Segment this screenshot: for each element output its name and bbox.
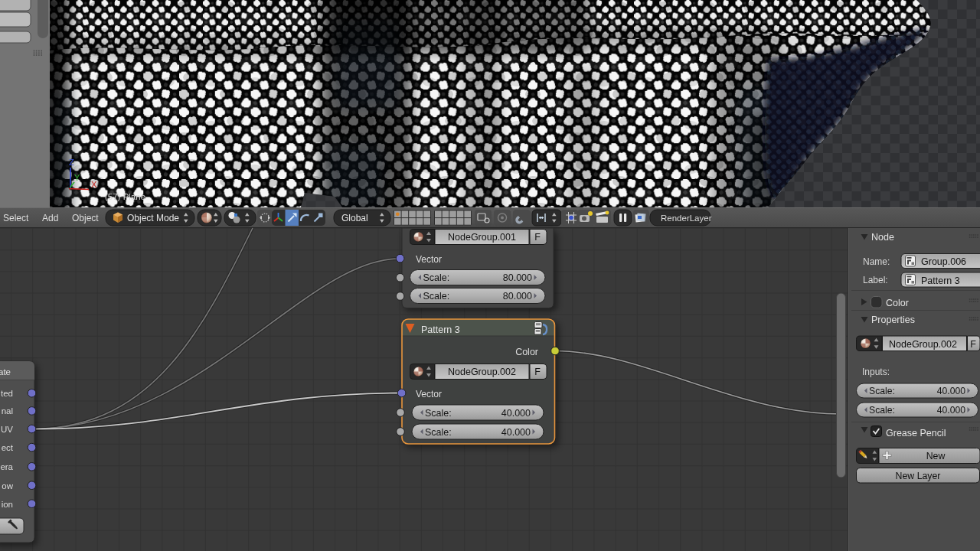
svg-text:NodeGroup.001: NodeGroup.001 xyxy=(448,232,516,243)
svg-text:ect: ect xyxy=(2,443,14,452)
svg-text:ion: ion xyxy=(2,500,13,509)
svg-text:RenderLayer: RenderLayer xyxy=(661,214,712,223)
svg-text:40.000: 40.000 xyxy=(937,386,965,396)
svg-text:NodeGroup.002: NodeGroup.002 xyxy=(889,339,957,350)
svg-text:Color: Color xyxy=(886,298,909,308)
svg-text:Select: Select xyxy=(3,213,29,223)
svg-text:X: X xyxy=(91,180,97,189)
svg-text:Vector: Vector xyxy=(416,389,442,399)
svg-text:Name:: Name: xyxy=(863,256,890,267)
svg-text:New Layer: New Layer xyxy=(896,471,941,481)
svg-text:Scale:: Scale: xyxy=(425,408,452,419)
svg-text:NodeGroup.002: NodeGroup.002 xyxy=(448,367,516,377)
svg-text:Object Mode: Object Mode xyxy=(127,213,179,223)
svg-text:(57) Plane: (57) Plane xyxy=(105,192,145,201)
svg-text:Scale:: Scale: xyxy=(869,405,895,416)
svg-text:ted: ted xyxy=(1,389,13,398)
svg-text:Pattern 3: Pattern 3 xyxy=(421,324,460,335)
svg-text:ow: ow xyxy=(2,481,13,491)
svg-text:Label:: Label: xyxy=(863,275,888,285)
svg-text:Scale:: Scale: xyxy=(423,291,450,302)
svg-text:nal: nal xyxy=(2,406,13,416)
svg-text:Y: Y xyxy=(74,173,80,182)
svg-text:Properties: Properties xyxy=(871,315,915,325)
svg-text:Scale:: Scale: xyxy=(869,386,895,396)
svg-text:Vector: Vector xyxy=(416,254,442,265)
svg-text:F: F xyxy=(534,367,541,377)
svg-text:Group.006: Group.006 xyxy=(921,256,966,267)
svg-text:80.000: 80.000 xyxy=(503,291,532,302)
svg-text:era: era xyxy=(0,462,13,471)
svg-text:Node: Node xyxy=(871,232,894,243)
svg-text:F: F xyxy=(534,232,541,243)
svg-text:Color: Color xyxy=(515,347,538,357)
svg-text:40.000: 40.000 xyxy=(501,408,531,419)
svg-text:40.000: 40.000 xyxy=(501,427,531,438)
svg-text:Grease Pencil: Grease Pencil xyxy=(886,428,946,439)
svg-text:UV: UV xyxy=(1,425,13,434)
svg-text:Object: Object xyxy=(72,213,99,223)
svg-text:New: New xyxy=(926,451,946,461)
svg-text:80.000: 80.000 xyxy=(503,272,532,283)
svg-text:F: F xyxy=(970,339,976,350)
svg-text:Global: Global xyxy=(341,213,368,223)
svg-text:40.000: 40.000 xyxy=(937,405,965,416)
svg-text:Pattern 3: Pattern 3 xyxy=(921,276,960,286)
svg-text:Scale:: Scale: xyxy=(423,272,450,283)
svg-text:Add: Add xyxy=(42,213,58,223)
svg-text:Z: Z xyxy=(69,158,74,167)
svg-text:ate: ate xyxy=(0,367,11,377)
svg-text:Inputs:: Inputs: xyxy=(862,367,890,377)
svg-text:Scale:: Scale: xyxy=(425,427,452,438)
